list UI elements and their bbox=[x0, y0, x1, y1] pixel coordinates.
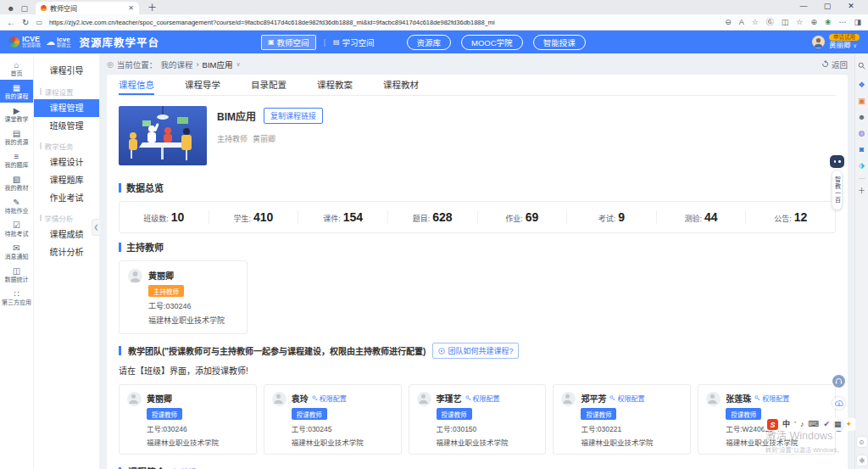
tab-course-guide[interactable]: 课程导学 bbox=[185, 75, 220, 95]
permission-config-link[interactable]: 权限配置 bbox=[754, 394, 789, 403]
sidebar-search-icon[interactable] bbox=[858, 58, 865, 73]
people-icon[interactable]: ☻ bbox=[858, 114, 865, 121]
sidebar-item-pending-exams[interactable]: ☑待批考试 bbox=[0, 217, 33, 240]
favorite-star-icon[interactable]: ☆ bbox=[752, 19, 759, 26]
menu-item-course-grades[interactable]: 课程成绩 bbox=[34, 226, 99, 243]
menu-item-course-question-bank[interactable]: 课程题库 bbox=[34, 171, 99, 189]
extension-icon[interactable]: ❀ bbox=[825, 19, 832, 26]
tab-course-info[interactable]: 课程信息 bbox=[119, 75, 154, 95]
sogou-logo-icon[interactable]: S bbox=[767, 419, 778, 430]
menu-item-statistics-analysis[interactable]: 统计分析 bbox=[34, 243, 99, 261]
zoom-out-icon[interactable]: ⊖ bbox=[725, 19, 732, 26]
sidebar-item-classroom-teaching[interactable]: ▶课堂教学 bbox=[0, 103, 33, 126]
staff-id: 工号:030150 bbox=[437, 423, 509, 433]
breadcrumb-parent[interactable]: 我的课程 bbox=[160, 59, 192, 70]
maximize-button[interactable]: ▢ bbox=[815, 0, 839, 14]
sidebar-item-my-courses[interactable]: ▦我的课程 bbox=[0, 80, 33, 103]
sidebar-item-my-textbooks[interactable]: ▧我的教材 bbox=[0, 171, 33, 194]
outlook-icon[interactable]: ◙ bbox=[860, 146, 864, 154]
sidebar-item-third-party-apps[interactable]: ∷第三方应用 bbox=[0, 286, 33, 309]
sidebar-item-messages[interactable]: ✉消息通知 bbox=[0, 240, 33, 263]
platform-title: 资源库教学平台 bbox=[80, 34, 160, 50]
nav-pill-group: 资源库 MOOC学院 智能授课 bbox=[407, 35, 586, 50]
ai-assistant-robot-icon[interactable] bbox=[830, 155, 844, 168]
tab-close-icon[interactable]: ✕ bbox=[128, 4, 134, 12]
teaching-teacher-badge: 授课教师 bbox=[726, 408, 761, 420]
permission-config-link[interactable]: 权限配置 bbox=[312, 394, 347, 403]
add-app-icon[interactable]: ＋ bbox=[858, 187, 865, 195]
key-icon bbox=[754, 395, 760, 401]
split-screen-icon[interactable]: ◫ bbox=[782, 19, 789, 26]
permission-config-link[interactable]: 权限配置 bbox=[465, 394, 500, 403]
sidebar-toggle-icon[interactable]: ◨ bbox=[854, 19, 861, 26]
ime-mode-chinese[interactable]: 中 bbox=[782, 421, 790, 428]
sidebar-item-my-question-bank[interactable]: ≡我的题库 bbox=[0, 148, 33, 171]
office-icon[interactable]: ▣ bbox=[858, 98, 865, 105]
sidebar-collapse-button[interactable]: ❮ bbox=[92, 219, 100, 236]
ime-voice-icon[interactable]: ♪ bbox=[800, 421, 804, 428]
menu-item-homework-exam[interactable]: 作业考试 bbox=[34, 189, 99, 207]
breadcrumb-current[interactable]: BIM应用 bbox=[203, 59, 233, 70]
read-aloud-icon[interactable]: A bbox=[739, 19, 744, 26]
ime-skin-icon[interactable]: ✔ bbox=[824, 421, 831, 428]
browser-tab[interactable]: 教师空间 ✕ bbox=[36, 2, 139, 14]
copy-course-link-button[interactable]: 复制课程链接 bbox=[264, 108, 323, 124]
site-info-icon[interactable]: ▭ bbox=[36, 19, 42, 26]
school-name: 福建林业职业技术学院 bbox=[437, 437, 509, 447]
refresh-icon[interactable]: ↻ bbox=[22, 18, 29, 27]
cloud-download-icon[interactable] bbox=[832, 397, 845, 410]
customer-service-icon[interactable] bbox=[832, 375, 845, 388]
chevron-down-icon[interactable]: ∨ bbox=[236, 61, 240, 68]
profile-icon[interactable]: ☻ bbox=[7, 4, 14, 13]
teacher-space-tab[interactable]: ▣ 教师空间 bbox=[261, 35, 316, 50]
resource-library-button[interactable]: 资源库 bbox=[407, 35, 452, 50]
stat-homework: 作业:69 bbox=[478, 210, 568, 224]
menu-item-course-management[interactable]: 课程管理 bbox=[34, 99, 99, 117]
ime-game-icon[interactable]: ✦ bbox=[846, 421, 853, 428]
favorites-bar-icon[interactable]: ☆ bbox=[796, 19, 803, 26]
kite-icon[interactable]: ⬗ bbox=[859, 162, 865, 170]
menu-item-course-design[interactable]: 课程设计 bbox=[34, 154, 99, 171]
ai-assistant-tab[interactable]: 智教一百 bbox=[832, 170, 843, 210]
message-icon: ✉ bbox=[13, 244, 19, 253]
edit-intro-link[interactable]: ✎ 编辑 bbox=[172, 466, 197, 469]
zhijiaoyun-logo-text: icve 职教云 bbox=[57, 36, 71, 48]
sidebar-item-home[interactable]: ⌂首页 bbox=[0, 57, 33, 80]
tab-course-materials[interactable]: 课程教材 bbox=[383, 75, 419, 95]
team-help-button[interactable]: 团队如何共建课程? bbox=[432, 343, 519, 359]
minimize-button[interactable]: — bbox=[792, 0, 815, 14]
learning-space-tab[interactable]: ▤ 学习空间 bbox=[333, 36, 375, 48]
back-link[interactable]: 返回 bbox=[821, 59, 848, 70]
mooc-college-button[interactable]: MOOC学院 bbox=[461, 35, 523, 50]
browser-window: ☻ ▢ 教师空间 ✕ ＋ — ▢ ✕ ← ↻ ▭ https://zjy2.ic… bbox=[0, 0, 868, 469]
ime-punctuation-icon[interactable]: ’ bbox=[794, 421, 796, 428]
tab-lesson-plans[interactable]: 课程教案 bbox=[317, 75, 353, 95]
settings-gear-icon[interactable] bbox=[857, 455, 867, 466]
divider bbox=[859, 178, 865, 179]
collections-icon[interactable]: ⊕ bbox=[810, 19, 817, 26]
close-button[interactable]: ✕ bbox=[839, 0, 863, 14]
grammar-icon[interactable]: Ⓖ bbox=[766, 19, 774, 26]
permission-config-link[interactable]: 权限配置 bbox=[609, 394, 644, 403]
ime-toolbox-icon[interactable]: ▦ bbox=[834, 421, 842, 428]
more-menu-icon[interactable]: ⋯ bbox=[838, 19, 846, 26]
sidebar-item-my-resources[interactable]: ▤我的资源 bbox=[0, 126, 33, 148]
designer-icon[interactable]: ◍ bbox=[859, 130, 865, 137]
stat-quizzes: 测验:44 bbox=[657, 210, 747, 224]
back-icon[interactable]: ← bbox=[7, 18, 15, 27]
new-tab-button[interactable]: ＋ bbox=[147, 0, 157, 14]
smart-teaching-button[interactable]: 智能授课 bbox=[533, 35, 586, 50]
shopping-icon[interactable]: ❖ bbox=[858, 81, 865, 89]
sidebar-item-pending-homework[interactable]: ✎待批作业 bbox=[0, 194, 33, 217]
address-bar[interactable]: https://zjy2.icve.com.cn/teacher/spoc_co… bbox=[49, 19, 718, 26]
menu-item-class-management[interactable]: 班级管理 bbox=[34, 117, 99, 135]
cloud-logo-icon: ☁ bbox=[46, 36, 55, 47]
menu-item-course-guide[interactable]: 课程引导 bbox=[34, 62, 99, 81]
teaching-teacher-badge: 授课教师 bbox=[581, 408, 616, 420]
sidebar-item-data-statistics[interactable]: ◫数据统计 bbox=[0, 263, 33, 286]
tab-catalog-config[interactable]: 目录配置 bbox=[251, 75, 287, 95]
user-menu[interactable]: 申请试用 黄丽卿 ∨ bbox=[812, 34, 860, 49]
ime-keyboard-icon[interactable]: ⌨ bbox=[809, 421, 820, 428]
feedback-icon[interactable]: ☺ bbox=[857, 437, 867, 447]
tab-actions-icon[interactable]: ▢ bbox=[20, 4, 28, 13]
